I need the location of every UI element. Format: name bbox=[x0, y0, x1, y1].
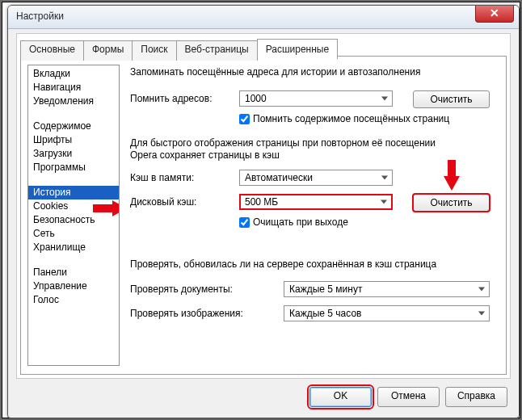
check-docs-select[interactable]: Каждые 5 минут bbox=[284, 281, 490, 297]
intro-text: Запоминать посещённые адреса для истории… bbox=[130, 66, 420, 78]
clear-history-button[interactable]: Очистить bbox=[413, 90, 490, 108]
clear-on-exit-checkbox[interactable]: Очищать при выходе bbox=[239, 216, 348, 228]
memory-cache-select[interactable]: Автоматически bbox=[239, 170, 393, 186]
disk-cache-select[interactable]: 500 МБ bbox=[239, 194, 393, 210]
tab-search[interactable]: Поиск bbox=[132, 40, 176, 61]
ok-button[interactable]: OK bbox=[309, 387, 372, 407]
advanced-sidebar: Вкладки Навигация Уведомления Содержимое… bbox=[27, 65, 120, 366]
tab-main[interactable]: Основные bbox=[20, 40, 84, 61]
sidebar-item-storage[interactable]: Хранилище bbox=[28, 241, 119, 254]
check-intro: Проверять, обновилась ли на сервере сохр… bbox=[130, 258, 436, 270]
window-title: Настройки bbox=[16, 10, 64, 22]
sidebar-item-network[interactable]: Сеть bbox=[28, 227, 119, 241]
disk-cache-value: 500 МБ bbox=[245, 196, 278, 208]
check-imgs-value: Каждые 5 часов bbox=[289, 308, 361, 319]
red-arrow-right-icon bbox=[112, 200, 120, 216]
tab-panel-advanced: Вкладки Навигация Уведомления Содержимое… bbox=[20, 56, 507, 375]
remember-content-checkbox[interactable]: Помнить содержимое посещённых страниц bbox=[239, 113, 449, 124]
sidebar-item-notifications[interactable]: Уведомления bbox=[28, 94, 119, 108]
tab-strip: Основные Формы Поиск Веб-страницы Расшир… bbox=[20, 39, 337, 59]
settings-window: Настройки ✕ Основные Формы Поиск Веб-стр… bbox=[7, 5, 520, 418]
sidebar-item-history[interactable]: История bbox=[28, 186, 119, 200]
tab-webpages[interactable]: Веб-страницы bbox=[176, 40, 258, 61]
check-docs-label: Проверять документы: bbox=[130, 284, 233, 295]
clear-cache-button[interactable]: Очистить bbox=[413, 194, 490, 212]
remember-value: 1000 bbox=[245, 93, 267, 104]
sidebar-item-tabs[interactable]: Вкладки bbox=[28, 67, 119, 81]
memory-cache-value: Автоматически bbox=[245, 172, 313, 183]
tab-advanced[interactable]: Расширенные bbox=[257, 39, 339, 59]
red-arrow-down-icon bbox=[444, 176, 460, 191]
cancel-button[interactable]: Отмена bbox=[377, 387, 440, 407]
remember-count-select[interactable]: 1000 bbox=[239, 90, 393, 107]
sidebar-item-programs[interactable]: Программы bbox=[28, 161, 119, 174]
title-bar: Настройки ✕ bbox=[8, 6, 519, 29]
remember-label: Помнить адресов: bbox=[130, 93, 213, 104]
disk-cache-label: Дисковый кэш: bbox=[130, 196, 196, 208]
clear-on-exit-input[interactable] bbox=[239, 217, 250, 228]
history-panel: Запоминать посещённые адреса для истории… bbox=[130, 65, 499, 366]
help-button[interactable]: Справка bbox=[445, 387, 507, 407]
sidebar-item-security[interactable]: Безопасность bbox=[28, 213, 119, 227]
remember-content-label: Помнить содержимое посещённых страниц bbox=[253, 113, 449, 124]
memory-cache-label: Кэш в памяти: bbox=[130, 172, 194, 183]
clear-on-exit-label: Очищать при выходе bbox=[253, 216, 348, 228]
close-icon[interactable]: ✕ bbox=[475, 6, 514, 23]
sidebar-item-voice[interactable]: Голос bbox=[28, 293, 119, 307]
sidebar-item-navigation[interactable]: Навигация bbox=[28, 81, 119, 94]
dialog-body: Основные Формы Поиск Веб-страницы Расшир… bbox=[16, 33, 511, 379]
tab-forms[interactable]: Формы bbox=[83, 40, 133, 61]
check-imgs-select[interactable]: Каждые 5 часов bbox=[284, 305, 490, 321]
cache-line1: Для быстрого отображения страницы при по… bbox=[130, 137, 436, 149]
sidebar-item-management[interactable]: Управление bbox=[28, 279, 119, 293]
check-docs-value: Каждые 5 минут bbox=[289, 284, 362, 295]
sidebar-item-fonts[interactable]: Шрифты bbox=[28, 133, 119, 147]
sidebar-item-downloads[interactable]: Загрузки bbox=[28, 147, 119, 161]
sidebar-item-content[interactable]: Содержимое bbox=[28, 120, 119, 133]
dialog-button-bar: OK Отмена Справка bbox=[16, 385, 511, 410]
cache-line2: Opera сохраняет страницы в кэш bbox=[130, 149, 280, 161]
remember-content-input[interactable] bbox=[239, 114, 250, 124]
sidebar-item-panels[interactable]: Панели bbox=[28, 266, 119, 279]
check-imgs-label: Проверять изображения: bbox=[130, 308, 243, 319]
